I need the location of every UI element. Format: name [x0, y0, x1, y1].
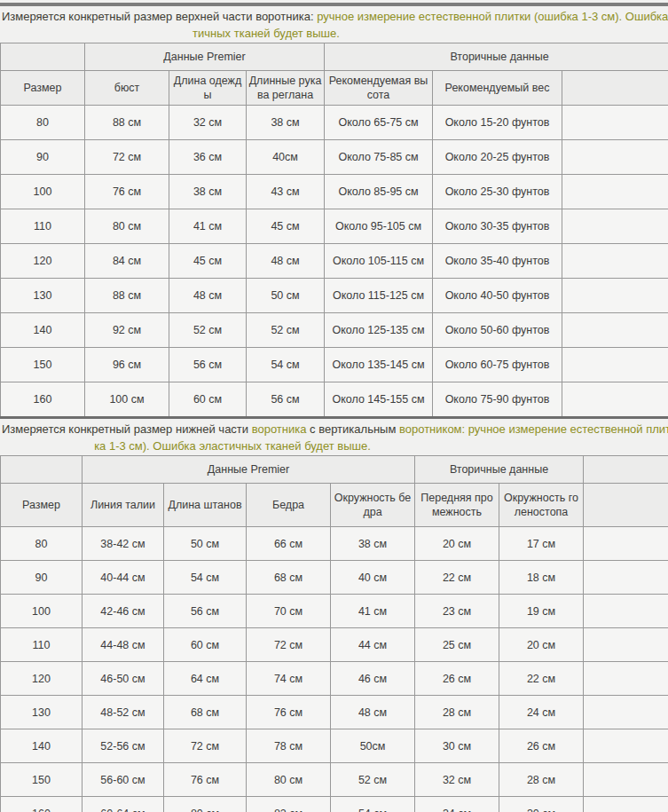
value-cell: 40 см	[331, 561, 415, 595]
value-cell: 45 см	[169, 244, 247, 279]
value-cell: 34 см	[415, 797, 499, 812]
value-cell: 40-44 см	[83, 561, 164, 595]
value-cell: 60 см	[164, 628, 247, 662]
table-row: 15096 см56 см54 смОколо 135-145 смОколо …	[1, 348, 668, 382]
value-cell: Около 15-20 фунтов	[433, 106, 562, 140]
group-header-empty	[584, 456, 668, 484]
value-cell: 22 см	[499, 662, 584, 696]
value-cell: 26 см	[415, 662, 499, 696]
value-cell: Около 135-145 см	[325, 348, 433, 382]
table-row: 8038-42 см50 см66 см38 см20 см17 см	[1, 527, 668, 561]
size-cell: 100	[1, 175, 85, 209]
note-text: с вертикальным	[310, 422, 399, 436]
column-header-thigh-circumference: Окружность бедра	[331, 484, 415, 527]
lower-note-line2: ка 1-3 см). Ошибка эластичных тканей буд…	[0, 438, 465, 454]
value-cell: 28 см	[415, 696, 499, 729]
value-cell: 46 см	[331, 662, 415, 696]
value-cell: 24 см	[499, 696, 584, 729]
value-cell	[562, 382, 668, 418]
value-cell	[562, 348, 668, 382]
size-cell: 90	[1, 140, 85, 175]
size-cell: 130	[1, 279, 85, 313]
size-cell: 80	[1, 527, 83, 561]
group-header-empty	[1, 43, 85, 71]
table-row: 9040-44 см54 см68 см40 см22 см18 см	[1, 561, 668, 595]
value-cell: 46-50 см	[83, 662, 164, 696]
value-cell: 84 см	[85, 244, 169, 279]
value-cell: Около 50-60 фунтов	[433, 313, 562, 348]
value-cell: Около 105-115 см	[325, 244, 433, 279]
lower-table-body: 8038-42 см50 см66 см38 см20 см17 см9040-…	[1, 527, 668, 812]
upper-size-note: Измеряется конкретный размер верхней час…	[0, 6, 668, 43]
value-cell	[562, 279, 668, 313]
column-header-ankle-circumference: Окружность голеностопа	[499, 484, 584, 527]
value-cell: 36 см	[169, 140, 247, 175]
value-cell: Около 65-75 см	[325, 106, 433, 140]
note-text: Измеряется конкретный размер верхней час…	[2, 10, 314, 23]
value-cell: 48 см	[169, 279, 247, 313]
value-cell	[584, 527, 668, 561]
value-cell: 54 см	[247, 348, 325, 382]
table-row: 8088 см32 см38 смОколо 65-75 смОколо 15-…	[1, 106, 668, 140]
lower-note-line1: Измеряется конкретный размер нижней част…	[0, 421, 668, 438]
value-cell: 50см	[331, 729, 415, 763]
value-cell	[584, 561, 668, 595]
value-cell: Около 20-25 фунтов	[433, 140, 562, 175]
note-text: воротником: ручное измерение естественно…	[399, 422, 668, 436]
upper-note-line2: тичных тканей будет выше.	[0, 25, 532, 42]
value-cell: 76 см	[85, 175, 169, 209]
column-header-recommended-height: Рекомендуемая высота	[325, 71, 433, 106]
value-cell: Около 125-135 см	[325, 313, 433, 348]
size-cell: 160	[1, 382, 85, 418]
column-header-front-rise: Передняя промежность	[415, 484, 499, 527]
table-row: 160100 см60 см56 смОколо 145-155 смОколо…	[1, 382, 668, 418]
value-cell: 80 см	[85, 209, 169, 244]
value-cell	[584, 696, 668, 729]
group-header-premier: Данные Premier	[85, 43, 325, 71]
table-row: 11044-48 см60 см72 см44 см25 см20 см	[1, 628, 668, 662]
column-header-garment-length: Длина одежды	[169, 71, 247, 106]
value-cell: 42-46 см	[83, 595, 164, 628]
value-cell: Около 75-85 см	[325, 140, 433, 175]
size-cell: 80	[1, 106, 85, 140]
value-cell	[584, 729, 668, 763]
value-cell: 44 см	[331, 628, 415, 662]
column-header-recommended-weight: Рекомендуемый вес	[433, 71, 562, 106]
column-header-raglan-sleeve: Длинные рукава реглана	[247, 71, 325, 106]
upper-garment-size-table: Данные Premier Вторичные данные Размер б…	[0, 43, 668, 419]
size-cell: 160	[1, 797, 83, 812]
size-cell: 110	[1, 209, 85, 244]
value-cell	[562, 140, 668, 175]
value-cell	[562, 244, 668, 279]
value-cell: Около 60-75 фунтов	[433, 348, 562, 382]
table-row: 12084 см45 см48 смОколо 105-115 смОколо …	[1, 244, 668, 279]
group-header-row: Данные Premier Вторичные данные	[1, 43, 668, 71]
value-cell: 70 см	[247, 595, 331, 628]
value-cell: Около 25-30 фунтов	[433, 175, 562, 209]
value-cell: 60 см	[169, 382, 247, 418]
value-cell: 72 см	[247, 628, 331, 662]
value-cell: 45 см	[247, 209, 325, 244]
value-cell: Около 30-35 фунтов	[433, 209, 562, 244]
value-cell: 66 см	[247, 527, 331, 561]
value-cell: 52 см	[247, 313, 325, 348]
size-cell: 120	[1, 662, 83, 696]
size-cell: 130	[1, 696, 83, 729]
value-cell: 30 см	[415, 729, 499, 763]
value-cell	[584, 763, 668, 797]
value-cell: 72 см	[85, 140, 169, 175]
note-text: воротника	[252, 422, 310, 436]
value-cell: 56-60 см	[83, 763, 164, 797]
value-cell: 20 см	[499, 628, 584, 662]
column-header-hips: Бедра	[247, 484, 331, 527]
table-row: 10076 см38 см43 смОколо 85-95 смОколо 25…	[1, 175, 668, 209]
table-row: 10042-46 см56 см70 см41 см23 см19 см	[1, 595, 668, 628]
value-cell: 17 см	[499, 527, 584, 561]
group-header-empty	[1, 456, 83, 484]
size-cell: 120	[1, 244, 85, 279]
value-cell: Около 40-50 фунтов	[433, 279, 562, 313]
group-header-premier: Данные Premier	[83, 456, 415, 484]
value-cell: 96 см	[85, 348, 169, 382]
value-cell: Около 115-125 см	[325, 279, 433, 313]
value-cell: 88 см	[85, 279, 169, 313]
